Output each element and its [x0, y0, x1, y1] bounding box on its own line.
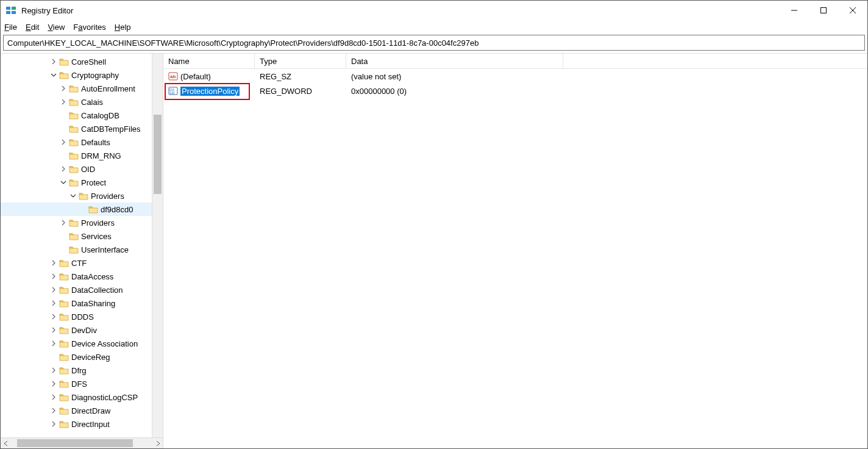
chevron-right-icon[interactable]: [59, 84, 68, 93]
tree-item[interactable]: Calais: [1, 95, 163, 109]
chevron-right-icon[interactable]: [49, 379, 58, 388]
tree-item[interactable]: Providers: [1, 189, 163, 203]
folder-icon: [69, 98, 79, 106]
chevron-down-icon[interactable]: [69, 192, 77, 200]
value-name: ProtectionPolicy: [180, 87, 240, 96]
address-text: Computer\HKEY_LOCAL_MACHINE\SOFTWARE\Mic…: [7, 38, 478, 48]
tree-item-label: Providers: [91, 192, 124, 201]
tree-item[interactable]: Protect: [1, 176, 163, 189]
string-value-icon: [168, 71, 178, 81]
menu-edit[interactable]: Edit: [26, 23, 39, 32]
registry-tree[interactable]: CoreShellCryptographyAutoEnrollmentCalai…: [1, 54, 163, 431]
tree-horizontal-scrollbar[interactable]: [1, 437, 163, 448]
folder-icon: [59, 299, 69, 307]
svg-rect-0: [6, 7, 10, 10]
scroll-right-icon[interactable]: [152, 438, 163, 448]
tree-item-label: DDDS: [71, 312, 94, 321]
folder-icon: [69, 124, 79, 133]
tree-item[interactable]: DevDiv: [1, 323, 163, 337]
list-header: Name Type Data: [163, 54, 867, 69]
chevron-right-icon[interactable]: [49, 286, 58, 294]
tree-item-label: AutoEnrollment: [81, 84, 135, 93]
tree-item[interactable]: DirectDraw: [1, 404, 163, 417]
folder-icon: [59, 339, 69, 348]
chevron-right-icon[interactable]: [49, 393, 58, 401]
chevron-right-icon[interactable]: [49, 272, 58, 281]
tree-item[interactable]: DeviceReg: [1, 350, 163, 364]
chevron-right-icon[interactable]: [59, 218, 68, 227]
folder-icon: [59, 71, 69, 79]
menu-file[interactable]: File: [4, 23, 17, 32]
chevron-right-icon[interactable]: [49, 259, 58, 267]
tree-item[interactable]: OID: [1, 162, 163, 176]
tree-item[interactable]: CatalogDB: [1, 109, 163, 122]
value-row[interactable]: (Default)REG_SZ(value not set): [163, 69, 867, 84]
folder-icon: [59, 57, 69, 66]
tree-item[interactable]: DiagnosticLogCSP: [1, 390, 163, 404]
tree-item[interactable]: DFS: [1, 377, 163, 390]
chevron-right-icon[interactable]: [59, 165, 68, 173]
tree-item-label: DirectInput: [71, 420, 110, 429]
chevron-right-icon[interactable]: [49, 366, 58, 375]
menu-favorites[interactable]: Favorites: [73, 23, 105, 32]
menu-view[interactable]: View: [48, 23, 65, 32]
menubar: File Edit View Favorites Help: [1, 20, 867, 34]
folder-icon: [69, 84, 79, 93]
tree-item[interactable]: DRM_RNG: [1, 149, 163, 162]
menu-help[interactable]: Help: [115, 23, 131, 32]
tree-item[interactable]: Services: [1, 229, 163, 243]
tree-item[interactable]: DataCollection: [1, 283, 163, 296]
tree-item[interactable]: Defaults: [1, 135, 163, 149]
close-button[interactable]: [838, 1, 867, 20]
column-header-data[interactable]: Data: [346, 54, 563, 68]
chevron-right-icon[interactable]: [49, 299, 58, 307]
chevron-right-icon[interactable]: [49, 326, 58, 334]
tree-item[interactable]: AutoEnrollment: [1, 82, 163, 95]
tree-item-label: CTF: [71, 259, 87, 268]
chevron-right-icon[interactable]: [59, 98, 68, 106]
tree-item[interactable]: CatDBTempFiles: [1, 122, 163, 135]
tree-item[interactable]: DataAccess: [1, 270, 163, 283]
chevron-right-icon[interactable]: [49, 420, 58, 428]
column-header-type[interactable]: Type: [255, 54, 346, 68]
tree-item[interactable]: df9d8cd0: [1, 203, 163, 216]
tree-item[interactable]: DDDS: [1, 310, 163, 323]
folder-icon: [69, 138, 79, 146]
folder-icon: [59, 379, 69, 388]
tree-item-label: CoreShell: [71, 57, 106, 66]
tree-item[interactable]: DataSharing: [1, 296, 163, 310]
folder-icon: [69, 151, 79, 160]
tree-item-label: df9d8cd0: [101, 205, 133, 214]
tree-item[interactable]: CTF: [1, 256, 163, 270]
tree-item[interactable]: Cryptography: [1, 68, 163, 82]
tree-item[interactable]: Device Association: [1, 337, 163, 350]
tree-item-label: DirectDraw: [71, 406, 110, 415]
tree-item-label: DRM_RNG: [81, 151, 121, 160]
scroll-left-icon[interactable]: [1, 438, 11, 448]
value-row[interactable]: ProtectionPolicyREG_DWORD0x00000000 (0): [163, 84, 867, 98]
chevron-right-icon[interactable]: [59, 138, 68, 146]
titlebar: Registry Editor: [1, 1, 867, 20]
tree-vertical-scrollbar[interactable]: [152, 54, 163, 437]
folder-icon: [59, 420, 69, 428]
chevron-down-icon[interactable]: [59, 178, 68, 187]
tree-item-label: Cryptography: [71, 71, 119, 80]
minimize-button[interactable]: [780, 1, 809, 20]
tree-item-label: DiagnosticLogCSP: [71, 393, 138, 402]
tree-item[interactable]: DirectInput: [1, 417, 163, 431]
tree-item[interactable]: UserInterface: [1, 243, 163, 256]
chevron-right-icon[interactable]: [49, 339, 58, 348]
address-bar[interactable]: Computer\HKEY_LOCAL_MACHINE\SOFTWARE\Mic…: [3, 35, 865, 51]
svg-point-4: [13, 7, 16, 10]
chevron-right-icon[interactable]: [49, 406, 58, 415]
tree-item[interactable]: Providers: [1, 216, 163, 229]
chevron-right-icon[interactable]: [49, 312, 58, 321]
tree-item[interactable]: CoreShell: [1, 55, 163, 68]
chevron-down-icon[interactable]: [49, 71, 58, 79]
folder-icon: [69, 111, 79, 120]
chevron-right-icon[interactable]: [49, 57, 58, 66]
column-header-name[interactable]: Name: [163, 54, 255, 68]
tree-item-label: Providers: [81, 218, 115, 228]
tree-item[interactable]: Dfrg: [1, 364, 163, 377]
maximize-button[interactable]: [809, 1, 838, 20]
